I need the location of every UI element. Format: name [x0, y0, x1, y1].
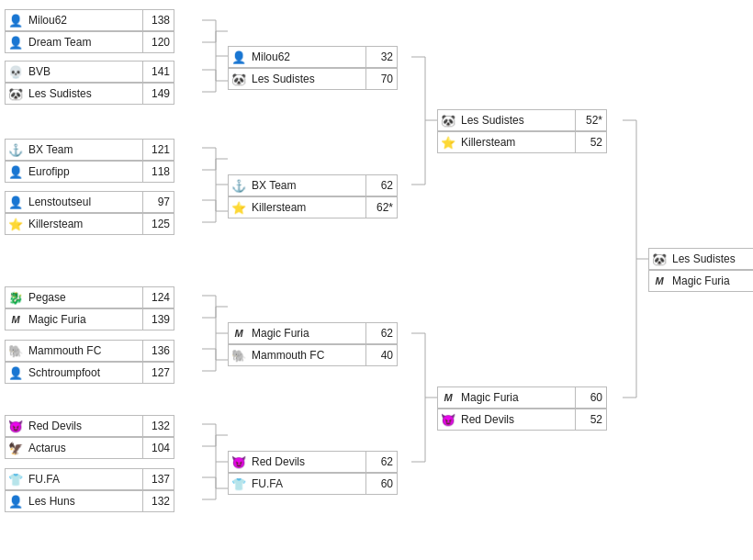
r3-m2-t2-name: Red Devils [458, 413, 575, 426]
r2-m2-t1-name: BX Team [249, 179, 365, 192]
r1-m5-t1-name: Pegase [26, 291, 142, 304]
r4-m1-t1: 🐼 Les Sudistes 38 [648, 248, 753, 270]
r1-m7-t1-name: Red Devils [26, 420, 142, 432]
r1-m6-t1-icon: 🐘 [6, 341, 26, 361]
r3-m2-t2: 😈 Red Devils 52 [437, 409, 607, 431]
r1-m2-t2-score: 149 [142, 84, 174, 104]
r4-m1-t1-icon: 🐼 [649, 249, 669, 269]
r4-m1-t2: M Magic Furia 47 [648, 270, 753, 292]
r2-m4-t2-icon: 👕 [229, 474, 249, 494]
r1-m6-t2-name: Schtroumpfoot [26, 366, 142, 379]
r2-m4-t1-name: Red Devils [249, 455, 365, 468]
r2-m1-t2-icon: 🐼 [229, 69, 249, 89]
r2-m3-t2-name: Mammouth FC [249, 349, 365, 362]
r1-m5-t2: M Magic Furia 139 [5, 308, 174, 330]
r3-m2-t1: M Magic Furia 60 [437, 386, 607, 409]
r1-m3-t2-icon: 👤 [6, 162, 26, 182]
r1-m4-t2-name: Killersteam [26, 218, 142, 230]
r1-m7-t2: 🦅 Actarus 104 [5, 437, 174, 459]
r1-m2-t2-icon: 🐼 [6, 84, 26, 104]
r1-m2-t2: 🐼 Les Sudistes 149 [5, 83, 174, 105]
r1-m8-t1-name: FU.FA [26, 473, 142, 486]
r1-m1-t1: 👤 Milou62 138 [5, 9, 174, 31]
r1-m2-t2-name: Les Sudistes [26, 87, 142, 100]
r2-m4-t2: 👕 FU.FA 60 [228, 473, 398, 495]
r1-m1-t2: 👤 Dream Team 120 [5, 31, 174, 53]
r2-m3-t1: M Magic Furia 62 [228, 322, 398, 344]
r1-m8-t1: 👕 FU.FA 137 [5, 468, 174, 490]
r1-m2-t1-name: BVB [26, 65, 142, 78]
r1-m7-t2-name: Actarus [26, 442, 142, 454]
r2-m3-t1-icon: M [229, 323, 249, 343]
r3-m2-t2-score: 52 [575, 409, 606, 430]
r1-m1-t2-icon: 👤 [6, 32, 26, 52]
r1-m5-t2-icon: M [6, 309, 26, 330]
r1-m8-t2-score: 132 [142, 491, 174, 511]
r1-m2-t1: 💀 BVB 141 [5, 61, 174, 83]
r2-m2-t1-icon: ⚓ [229, 175, 249, 196]
r1-m5-t2-score: 139 [142, 309, 174, 330]
r1-m6-t2: 👤 Schtroumpfoot 127 [5, 362, 174, 384]
r1-m2-t1-score: 141 [142, 62, 174, 82]
r1-m3-t2: 👤 Eurofipp 118 [5, 161, 174, 183]
r3-m2-t1-icon: M [438, 387, 458, 408]
r3-m1-t2-score: 52 [575, 132, 606, 152]
r1-m3-t1-name: BX Team [26, 143, 142, 156]
r2-m1-t2-name: Les Sudistes [249, 73, 365, 85]
r1-m1-t1-name: Milou62 [26, 14, 142, 27]
r2-m1-t1-icon: 👤 [229, 47, 249, 67]
r2-m1-t1-score: 32 [365, 47, 397, 67]
r1-m8-t2-icon: 👤 [6, 491, 26, 511]
r2-m1-t2-score: 70 [365, 69, 397, 89]
r1-m8-t1-score: 137 [142, 469, 174, 489]
r4-m1-t2-name: Magic Furia [669, 274, 753, 287]
r2-m2-t2-name: Killersteam [249, 201, 365, 214]
r4-m1-t2-icon: M [649, 271, 669, 291]
r1-m3-t2-name: Eurofipp [26, 165, 142, 178]
r2-m2-t2-icon: ⭐ [229, 197, 249, 218]
r1-m4-t2: ⭐ Killersteam 125 [5, 213, 174, 235]
r3-m2-t2-icon: 😈 [438, 409, 458, 430]
r2-m4-t1-score: 62 [365, 452, 397, 472]
r1-m7-t2-icon: 🦅 [6, 438, 26, 458]
r1-m7-t1-icon: 😈 [6, 416, 26, 436]
r1-m4-t1: 👤 Lenstoutseul 97 [5, 191, 174, 213]
r3-m1-t1-icon: 🐼 [438, 110, 458, 130]
r1-m6-t2-icon: 👤 [6, 363, 26, 383]
r1-m5-t1: 🐉 Pegase 124 [5, 286, 174, 308]
r4-m1-t1-name: Les Sudistes [669, 252, 753, 265]
r1-m6-t1: 🐘 Mammouth FC 136 [5, 340, 174, 362]
r2-m4-t2-name: FU.FA [249, 477, 365, 490]
r3-m1-t2: ⭐ Killersteam 52 [437, 131, 607, 153]
r1-m4-t2-score: 125 [142, 214, 174, 234]
r1-m1-t2-name: Dream Team [26, 36, 142, 49]
r1-m3-t1-score: 121 [142, 140, 174, 160]
r3-m1-t2-name: Killersteam [458, 136, 575, 149]
r2-m3-t1-name: Magic Furia [249, 327, 365, 340]
r1-m5-t1-score: 124 [142, 287, 174, 308]
r1-m8-t2-name: Les Huns [26, 495, 142, 508]
r1-m1-t1-score: 138 [142, 10, 174, 30]
r3-m1-t1-name: Les Sudistes [458, 114, 575, 127]
r1-m7-t2-score: 104 [142, 438, 174, 458]
r3-m2-t1-name: Magic Furia [458, 391, 575, 404]
r2-m3-t2-score: 40 [365, 345, 397, 365]
r2-m1-t1: 👤 Milou62 32 [228, 46, 398, 68]
r2-m2-t1: ⚓ BX Team 62 [228, 174, 398, 196]
r1-m6-t2-score: 127 [142, 363, 174, 383]
r2-m2-t1-score: 62 [365, 175, 397, 196]
r2-m4-t2-score: 60 [365, 474, 397, 494]
r1-m1-t1-icon: 👤 [6, 10, 26, 30]
r2-m4-t1: 😈 Red Devils 62 [228, 451, 398, 473]
r1-m4-t2-icon: ⭐ [6, 214, 26, 234]
r2-m2-t2: ⭐ Killersteam 62* [228, 196, 398, 218]
r3-m1-t1: 🐼 Les Sudistes 52* [437, 109, 607, 131]
r1-m8-t1-icon: 👕 [6, 469, 26, 489]
r1-m3-t1: ⚓ BX Team 121 [5, 139, 174, 161]
r1-m6-t1-score: 136 [142, 341, 174, 361]
r2-m3-t2-icon: 🐘 [229, 345, 249, 365]
r2-m3-t2: 🐘 Mammouth FC 40 [228, 344, 398, 366]
r1-m7-t1-score: 132 [142, 416, 174, 436]
r1-m3-t2-score: 118 [142, 162, 174, 182]
r1-m6-t1-name: Mammouth FC [26, 344, 142, 357]
